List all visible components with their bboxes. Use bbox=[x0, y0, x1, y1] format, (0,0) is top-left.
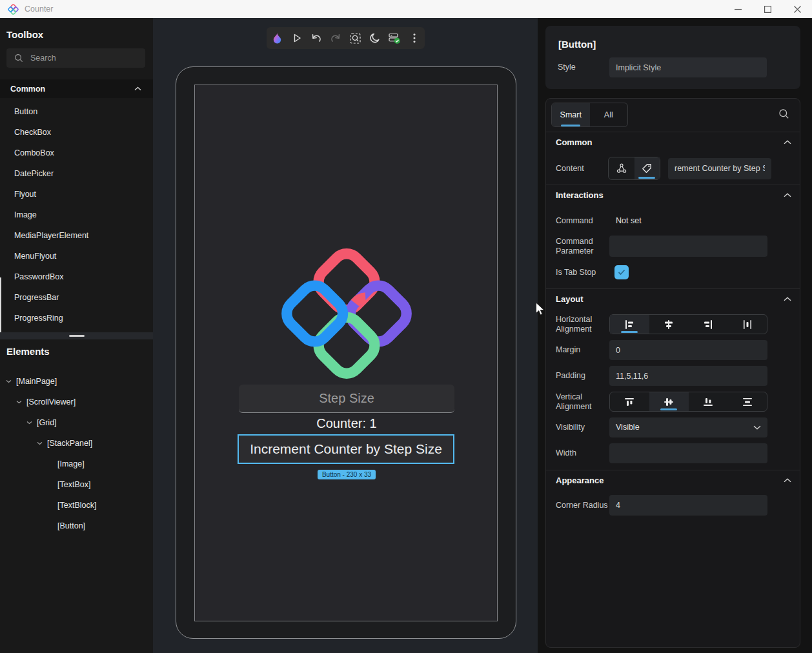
corner-radius-input[interactable] bbox=[609, 495, 767, 516]
splitter-handle-icon bbox=[69, 335, 85, 337]
play-button[interactable] bbox=[288, 29, 306, 47]
selected-element-card: [Button] Style bbox=[545, 26, 800, 89]
undo-button[interactable] bbox=[307, 29, 325, 47]
valign-top-button[interactable] bbox=[610, 392, 649, 411]
toolbox-item-combobox[interactable]: ComboBox bbox=[0, 143, 153, 163]
chevron-up-icon[interactable] bbox=[784, 478, 791, 483]
halign-right-button[interactable] bbox=[689, 315, 728, 334]
counter-textblock[interactable]: Counter: 1 bbox=[195, 416, 498, 431]
visibility-select[interactable]: Visible bbox=[609, 417, 767, 437]
toolbox-item-mediaplayerelement[interactable]: MediaPlayerElement bbox=[0, 225, 153, 246]
margin-input[interactable] bbox=[609, 340, 767, 360]
tree-item-image[interactable]: [Image] bbox=[0, 454, 153, 474]
visibility-value: Visible bbox=[616, 423, 640, 432]
section-appearance-header[interactable]: Appearance bbox=[556, 470, 791, 490]
chevron-up-icon[interactable] bbox=[784, 297, 791, 301]
chevron-down-icon[interactable] bbox=[6, 379, 12, 383]
halign-stretch-button[interactable] bbox=[727, 315, 767, 334]
style-label: Style bbox=[558, 63, 576, 72]
search-input[interactable] bbox=[29, 53, 135, 63]
chevron-up-icon[interactable] bbox=[134, 86, 141, 91]
tag-icon bbox=[641, 163, 653, 174]
literal-mode-button[interactable] bbox=[634, 157, 660, 179]
chevron-up-icon[interactable] bbox=[784, 193, 791, 197]
tree-item-stackpanel[interactable]: [StackPanel] bbox=[0, 433, 153, 454]
zoom-to-fit-button[interactable] bbox=[347, 29, 365, 47]
padding-label: Padding bbox=[556, 371, 609, 381]
increment-button[interactable]: Increment Counter by Step Size bbox=[238, 434, 454, 464]
command-value[interactable]: Not set bbox=[609, 216, 767, 225]
tree-item-button[interactable]: [Button] bbox=[0, 516, 153, 536]
more-options-button[interactable] bbox=[405, 29, 423, 47]
chevron-down-icon[interactable] bbox=[16, 400, 22, 404]
maximize-button[interactable] bbox=[753, 0, 782, 18]
toolbox-item-flyout[interactable]: Flyout bbox=[0, 184, 153, 205]
redo-button[interactable] bbox=[327, 29, 345, 47]
section-layout-header[interactable]: Layout bbox=[556, 289, 791, 309]
tab-smart[interactable]: Smart bbox=[552, 103, 590, 126]
toolbox-scrollbar-thumb[interactable] bbox=[0, 277, 1, 334]
toolbox-item-button[interactable]: Button bbox=[0, 101, 153, 122]
content-input[interactable] bbox=[668, 158, 771, 179]
window-controls bbox=[723, 0, 812, 18]
toolbox-section-common[interactable]: Common bbox=[0, 79, 153, 98]
theme-toggle-button[interactable] bbox=[366, 29, 384, 47]
validation-status-button[interactable] bbox=[385, 29, 403, 47]
tree-item-label: [Button] bbox=[57, 521, 85, 530]
tab-smart-label: Smart bbox=[560, 110, 582, 119]
selected-element-title: [Button] bbox=[558, 39, 596, 50]
valign-stretch-button[interactable] bbox=[727, 392, 767, 411]
visibility-row: Visibility Visible bbox=[556, 417, 792, 437]
chevron-down-icon[interactable] bbox=[37, 441, 43, 445]
toolbox-item-passwordbox[interactable]: PasswordBox bbox=[0, 266, 153, 287]
valign-center-button[interactable] bbox=[649, 392, 689, 411]
active-segment-indicator bbox=[660, 408, 677, 410]
undo-icon bbox=[310, 32, 322, 44]
hot-reload-flame-button[interactable] bbox=[268, 29, 286, 47]
search-properties-icon[interactable] bbox=[778, 108, 789, 119]
style-input[interactable] bbox=[609, 57, 767, 77]
tree-item-grid[interactable]: [Grid] bbox=[0, 412, 153, 433]
uno-logo-image[interactable] bbox=[276, 243, 417, 384]
tree-item-textblock[interactable]: [TextBlock] bbox=[0, 495, 153, 516]
halign-center-button[interactable] bbox=[649, 315, 689, 334]
play-icon bbox=[291, 32, 303, 44]
toolbox-search[interactable] bbox=[6, 48, 145, 68]
tree-item-textbox[interactable]: [TextBox] bbox=[0, 474, 153, 495]
toolbox-item-datepicker[interactable]: DatePicker bbox=[0, 163, 153, 184]
tree-item-label: [TextBlock] bbox=[57, 501, 96, 510]
chevron-up-icon[interactable] bbox=[784, 140, 791, 145]
toolbox-item-progressring[interactable]: ProgressRing bbox=[0, 308, 153, 328]
toolbox-item-menuflyout[interactable]: MenuFlyout bbox=[0, 246, 153, 266]
tree-item-scrollviewer[interactable]: [ScrollViewer] bbox=[0, 392, 153, 412]
is-tab-stop-row: Is Tab Stop bbox=[556, 265, 792, 279]
section-common-header[interactable]: Common bbox=[556, 132, 791, 152]
device-screen[interactable]: Step Size Counter: 1 Increment Counter b… bbox=[194, 85, 498, 621]
is-tab-stop-checkbox[interactable] bbox=[614, 265, 629, 279]
halign-left-button[interactable] bbox=[610, 315, 649, 334]
binding-mode-button[interactable] bbox=[609, 157, 634, 179]
command-parameter-row: Command Parameter bbox=[556, 236, 792, 257]
elements-title: Elements bbox=[6, 346, 50, 357]
chevron-down-icon[interactable] bbox=[26, 421, 32, 425]
toolbox-item-progressbar[interactable]: ProgressBar bbox=[0, 287, 153, 308]
width-input[interactable] bbox=[609, 443, 767, 463]
tree-item-mainpage[interactable]: [MainPage] bbox=[0, 371, 153, 392]
padding-input[interactable] bbox=[609, 366, 767, 386]
command-parameter-input[interactable] bbox=[609, 236, 767, 257]
toolbox-item-checkbox[interactable]: CheckBox bbox=[0, 122, 153, 143]
design-canvas[interactable]: Step Size Counter: 1 Increment Counter b… bbox=[153, 18, 538, 653]
check-icon bbox=[618, 269, 625, 276]
tree-item-label: [Grid] bbox=[37, 418, 57, 427]
command-parameter-label: Command Parameter bbox=[556, 237, 609, 256]
flame-icon bbox=[271, 32, 283, 45]
section-interactions-header[interactable]: Interactions bbox=[556, 185, 791, 205]
selection-size-badge: Button - 230 x 33 bbox=[318, 470, 376, 479]
valign-bottom-button[interactable] bbox=[689, 392, 728, 411]
step-size-textbox[interactable]: Step Size bbox=[239, 385, 454, 413]
tab-all[interactable]: All bbox=[590, 103, 628, 126]
toolbox-item-image[interactable]: Image bbox=[0, 205, 153, 225]
panel-splitter[interactable] bbox=[0, 332, 153, 339]
minimize-button[interactable] bbox=[723, 0, 753, 18]
close-button[interactable] bbox=[782, 0, 812, 18]
